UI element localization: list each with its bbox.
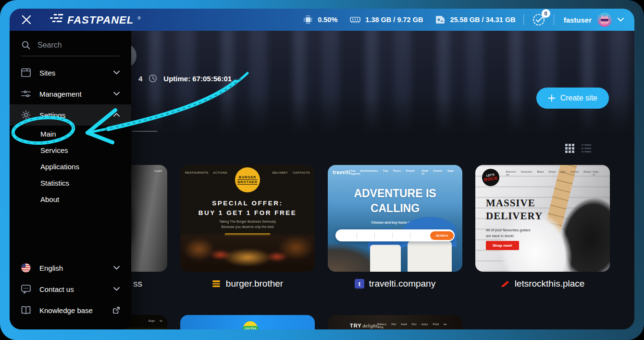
- chevron-down-icon: [113, 287, 120, 291]
- management-icon: [21, 89, 31, 98]
- site-name: letsrockthis.place: [515, 278, 585, 289]
- sidebar-item-label: Settings: [39, 111, 65, 119]
- search-icon: [21, 40, 31, 50]
- grid-view-icon[interactable]: [565, 144, 574, 153]
- site-name-row[interactable]: burger.brother: [180, 273, 315, 295]
- caytea-logo: CAYTEA: [243, 321, 258, 329]
- fastpanel-logo: FASTPANEL ®: [49, 13, 141, 26]
- server-info-partial: 4: [138, 75, 142, 83]
- fastpanel-logo-icon: [48, 13, 65, 24]
- burger-favicon: [212, 279, 221, 289]
- registered-mark: ®: [137, 16, 141, 21]
- travelti-building: [370, 245, 401, 272]
- list-view-icon[interactable]: [582, 144, 591, 153]
- sidebar-item-knowledge-base[interactable]: Knowledge base: [10, 300, 131, 321]
- disk-icon: [435, 15, 445, 24]
- site-name-row[interactable]: t travelti.company: [328, 273, 462, 295]
- us-flag-icon: [21, 263, 31, 273]
- travelti-search-bar: SEARCH: [335, 229, 455, 241]
- preview-nav: travelti Top destinations Top Tours Trav…: [333, 169, 458, 175]
- sites-icon: [21, 68, 31, 77]
- disk-stat: 25.58 GB / 34.31 GB: [435, 15, 515, 24]
- chevron-down-icon: [618, 18, 624, 22]
- tasks-badge: 0: [542, 9, 550, 18]
- sidebar-item-label: Management: [39, 90, 82, 98]
- travelti-building: [408, 241, 452, 272]
- server-info-row: 4 Uptime: 67:05:56:01: [138, 74, 232, 83]
- topbar-divider: [523, 14, 524, 25]
- sidebar-bottom-group: English Contact us: [10, 257, 131, 321]
- letsrock-headline: MASSIVE DELIVERY: [486, 197, 543, 223]
- external-link-icon: [113, 307, 120, 314]
- letsrock-favicon: [501, 279, 510, 289]
- cpu-icon: [303, 15, 313, 25]
- site-card-partial-trydelight[interactable]: TRY delight Bakery Hot food Our story Fi…: [328, 315, 462, 329]
- view-toggles: [565, 144, 591, 153]
- topbar: FASTPANEL ® 0.50%: [10, 9, 634, 31]
- sidebar-subitem-services[interactable]: Services: [10, 142, 131, 158]
- ram-value: 1.38 GB / 9.72 GB: [365, 16, 423, 24]
- preview-nav-right: DELIVERY CONTACTS: [272, 171, 310, 174]
- gear-icon: [21, 110, 31, 120]
- site-preview-letsrock[interactable]: Electric Acoustic Bass Amps Our stores A…: [475, 165, 610, 272]
- chat-bubble-icon: [21, 285, 31, 294]
- topbar-divider: [554, 14, 554, 25]
- travelti-search-fields: [339, 232, 427, 239]
- sidebar-item-contact[interactable]: Contact us: [10, 278, 131, 300]
- preview-nav: Shop Collections & sorts CAYTEA Our stor…: [191, 323, 304, 329]
- site-card-partial-caytea[interactable]: Shop Collections & sorts CAYTEA Our stor…: [180, 315, 315, 329]
- site-name: burger.brother: [226, 278, 283, 289]
- preview-nav-right: Login: [154, 169, 162, 172]
- sidebar-subitem-applications[interactable]: Applications: [10, 158, 131, 175]
- book-icon: [21, 306, 31, 315]
- site-preview-travelti[interactable]: travelti Top destinations Top Tours Trav…: [328, 165, 462, 272]
- sidebar-item-label: English: [39, 264, 63, 272]
- sidebar-subitem-main[interactable]: Main: [10, 126, 131, 142]
- site-preview-burger[interactable]: RESTAURANTS ACTIONS DELIVERY CONTACTS BU…: [180, 165, 315, 272]
- cpu-stat: 0.50%: [303, 15, 337, 25]
- burger-brother-logo: BURGER BROTHER: [235, 167, 260, 192]
- chevron-up-icon: [113, 113, 120, 117]
- sidebar: Sites Management: [10, 31, 131, 329]
- chevron-down-icon: [113, 92, 120, 96]
- site-name-row[interactable]: letsrockthis.place: [475, 273, 610, 295]
- clock-icon: [148, 74, 158, 83]
- close-icon[interactable]: [20, 13, 33, 26]
- letsrock-subtext: All of your favourites guitars are back …: [486, 227, 531, 239]
- preview-nav-links: Top destinations Top Tours Travel Agents: [350, 169, 422, 175]
- preview-nav-links: Electric Acoustic Bass Amps Our stores A…: [506, 170, 593, 176]
- uptime-label: Uptime: 67:05:56:01: [163, 75, 232, 83]
- user-menu[interactable]: fastuser: [564, 13, 624, 27]
- create-site-label: Create site: [560, 94, 597, 102]
- burger-headline: SPECIAL OFFER: BUY 1 GET 1 FOR FREE: [180, 199, 315, 217]
- fastpanel-logo-text: FASTPANEL: [67, 14, 134, 26]
- fastpanel-window: 4 Uptime: 67:05:56:01 Create site: [10, 9, 634, 329]
- preview-nav: Electric Acoustic Bass Amps Our stores A…: [506, 170, 605, 176]
- site-preview-caytea[interactable]: Shop Collections & sorts CAYTEA Our stor…: [180, 315, 315, 329]
- sidebar-item-language[interactable]: English: [10, 257, 131, 278]
- tasks-icon[interactable]: 0: [532, 13, 546, 27]
- site-card-burger[interactable]: RESTAURANTS ACTIONS DELIVERY CONTACTS BU…: [180, 165, 315, 295]
- preview-nav-links: Bakery Hot food Our story Find us Blog: [377, 323, 456, 328]
- site-card-travelti[interactable]: travelti Top destinations Top Tours Trav…: [328, 165, 462, 295]
- chevron-down-icon: [113, 71, 120, 75]
- sidebar-subitem-about[interactable]: About: [10, 191, 131, 207]
- burger-subtext: Taking The Burger Business Seriously Bec…: [180, 219, 315, 229]
- resource-stats: 0.50% 1.38 GB / 9.72 GB: [303, 15, 515, 25]
- sidebar-search[interactable]: [21, 40, 120, 56]
- site-preview-trydelight[interactable]: TRY delight Bakery Hot food Our story Fi…: [328, 315, 462, 329]
- sidebar-item-management[interactable]: Management: [10, 83, 131, 104]
- sidebar-subitem-statistics[interactable]: Statistics: [10, 175, 131, 191]
- create-site-button[interactable]: Create site: [536, 88, 609, 109]
- sidebar-item-settings[interactable]: Settings: [10, 104, 131, 126]
- site-name: travelti.company: [369, 278, 435, 289]
- travelti-favicon: t: [355, 279, 364, 289]
- preview-nav-left: RESTAURANTS ACTIONS: [185, 171, 227, 174]
- letsrock-cta-button: Shop now!: [486, 241, 519, 250]
- sidebar-item-sites[interactable]: Sites: [10, 62, 131, 83]
- site-card-letsrock[interactable]: Electric Acoustic Bass Amps Our stores A…: [475, 165, 610, 295]
- search-input[interactable]: [37, 41, 110, 50]
- travelti-search-button: SEARCH: [430, 231, 454, 240]
- sidebar-item-label: Contact us: [39, 285, 74, 293]
- travelti-logo: travelti: [333, 170, 350, 175]
